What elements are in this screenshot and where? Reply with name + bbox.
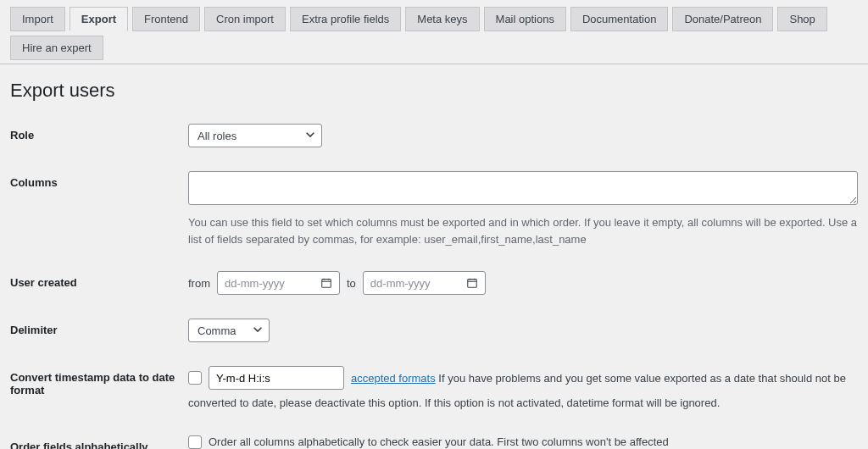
accepted-formats-link[interactable]: accepted formats (351, 372, 436, 385)
svg-rect-0 (322, 280, 331, 288)
label-user-created: User created (10, 271, 188, 289)
label-timestamp: Convert timestamp data to date format (10, 366, 188, 396)
label-role: Role (10, 124, 188, 141)
columns-input[interactable] (188, 171, 858, 205)
alphabetical-checkbox[interactable] (188, 435, 202, 449)
svg-rect-4 (468, 280, 477, 288)
to-label: to (347, 277, 356, 290)
tab-mail-options[interactable]: Mail options (484, 7, 566, 31)
row-timestamp: Convert timestamp data to date format ac… (10, 354, 858, 424)
columns-help: You can use this field to set which colu… (188, 214, 858, 247)
tab-extra-profile-fields[interactable]: Extra profile fields (290, 7, 401, 31)
row-user-created: User created from dd-mm-yyyy to dd-mm-yy… (10, 259, 858, 307)
tab-shop[interactable]: Shop (777, 7, 826, 31)
from-label: from (188, 277, 210, 290)
tab-hire-an-expert[interactable]: Hire an expert (10, 36, 103, 60)
label-delimiter: Delimiter (10, 319, 188, 336)
tab-cron-import[interactable]: Cron import (204, 7, 286, 31)
timestamp-checkbox[interactable] (188, 371, 202, 385)
role-select[interactable]: All roles (188, 124, 322, 147)
tab-export[interactable]: Export (70, 7, 128, 31)
timestamp-format-input[interactable] (209, 366, 344, 390)
row-columns: Columns You can use this field to set wh… (10, 159, 858, 259)
alphabetical-desc: Order all columns alphabetically to chec… (209, 435, 669, 448)
tab-donate-patreon[interactable]: Donate/Patreon (672, 7, 773, 31)
label-alphabetical: Order fields alphabetically (10, 435, 188, 450)
timestamp-desc-inline: If you have problems and you get some va… (436, 372, 846, 385)
date-to-input[interactable]: dd-mm-yyyy (363, 271, 486, 295)
calendar-icon (466, 277, 478, 289)
delimiter-select[interactable]: Comma (188, 319, 270, 342)
date-from-input[interactable]: dd-mm-yyyy (217, 271, 340, 295)
delimiter-select-value: Comma (198, 324, 236, 337)
chevron-down-icon (252, 324, 264, 338)
tab-documentation[interactable]: Documentation (570, 7, 668, 31)
chevron-down-icon (304, 129, 316, 143)
role-select-value: All roles (198, 130, 236, 142)
export-form: Role All roles Columns You can use this … (0, 102, 868, 449)
calendar-icon (320, 277, 332, 289)
page-title: Export users (0, 64, 868, 102)
label-columns: Columns (10, 171, 188, 189)
tabs-bar: Import Export Frontend Cron import Extra… (0, 0, 868, 64)
tab-meta-keys[interactable]: Meta keys (405, 7, 479, 31)
row-delimiter: Delimiter Comma (10, 307, 858, 354)
date-from-placeholder: dd-mm-yyyy (225, 277, 285, 290)
tab-import[interactable]: Import (10, 7, 65, 31)
row-alphabetical: Order fields alphabetically Order all co… (10, 424, 858, 450)
date-to-placeholder: dd-mm-yyyy (370, 277, 431, 290)
tab-frontend[interactable]: Frontend (132, 7, 200, 31)
row-role: Role All roles (10, 112, 858, 159)
timestamp-desc-line2: converted to date, please deactivate thi… (188, 395, 858, 412)
